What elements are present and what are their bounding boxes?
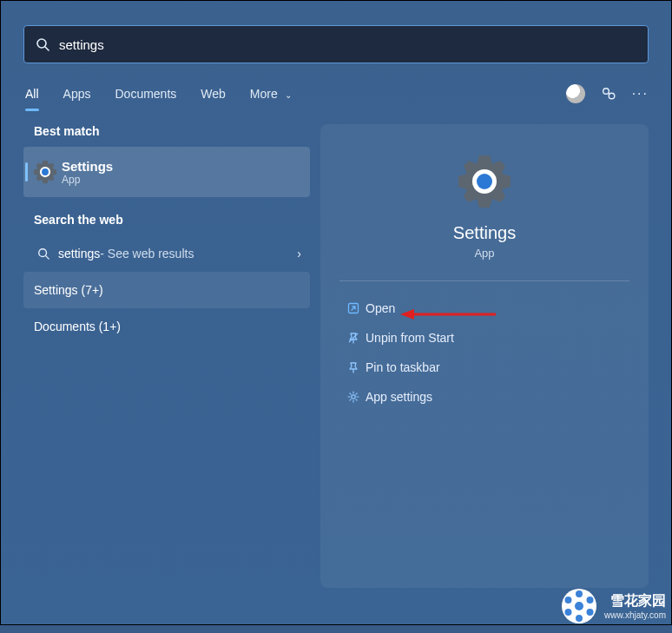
action-unpin-label: Unpin from Start (366, 331, 454, 345)
search-input[interactable] (52, 37, 639, 52)
result-title: Settings (62, 159, 113, 174)
detail-subtitle: App (474, 247, 494, 260)
svg-point-10 (477, 174, 492, 189)
action-app-settings-label: App settings (366, 390, 432, 404)
chevron-right-icon: › (297, 247, 301, 260)
tab-apps[interactable]: Apps (62, 82, 93, 106)
svg-point-17 (575, 602, 583, 610)
web-result-suffix: - See web results (100, 247, 194, 260)
watermark-logo (561, 588, 597, 624)
result-settings-app[interactable]: Settings App (23, 147, 310, 197)
group-documents-label: Documents (1+) (34, 320, 121, 333)
svg-point-13 (352, 395, 355, 399)
search-icon (34, 247, 53, 260)
tab-more-label: More (250, 87, 278, 101)
tab-more[interactable]: More ⌄ (248, 82, 293, 106)
unpin-icon (341, 332, 366, 344)
start-search-panel: All Apps Documents Web More ⌄ ··· Best m… (0, 0, 672, 625)
action-open[interactable]: Open (339, 293, 629, 323)
group-settings-label: Settings (7+) (34, 283, 103, 297)
pin-icon (341, 361, 366, 373)
svg-point-22 (565, 609, 572, 616)
search-bar[interactable] (23, 25, 649, 63)
gear-icon (341, 391, 366, 403)
gear-icon (29, 160, 62, 184)
gear-icon (457, 154, 512, 209)
action-pin-taskbar[interactable]: Pin to taskbar (339, 353, 629, 382)
web-result-query: settings (58, 247, 100, 260)
group-settings[interactable]: Settings (7+) (23, 272, 310, 308)
svg-point-6 (42, 168, 49, 175)
action-pin-label: Pin to taskbar (366, 360, 440, 374)
results-list: Best match Settings App Search the web (23, 124, 310, 345)
tab-all[interactable]: All (23, 82, 41, 106)
svg-line-4 (608, 93, 609, 94)
web-result-item[interactable]: settings - See web results › (23, 235, 310, 272)
best-match-header: Best match (34, 124, 305, 138)
svg-point-19 (576, 615, 583, 622)
filter-tabs: All Apps Documents Web More ⌄ ··· (23, 76, 649, 112)
result-subtitle: App (62, 174, 113, 186)
user-avatar[interactable] (566, 84, 585, 103)
tab-web[interactable]: Web (199, 82, 227, 106)
action-app-settings[interactable]: App settings (339, 382, 629, 412)
svg-point-18 (576, 590, 583, 597)
svg-point-20 (565, 597, 572, 603)
detail-pane: Settings App Open Unpin from Start (320, 124, 649, 588)
svg-line-8 (46, 256, 49, 260)
result-text: Settings App (62, 159, 113, 186)
action-unpin-start[interactable]: Unpin from Start (339, 323, 629, 353)
org-search-icon[interactable] (601, 86, 616, 102)
watermark: 雪花家园 www.xhjaty.com (561, 588, 671, 624)
watermark-text-cn: 雪花家园 (604, 592, 666, 610)
svg-point-21 (587, 597, 594, 603)
action-open-label: Open (366, 301, 395, 315)
tab-documents[interactable]: Documents (113, 82, 178, 106)
open-icon (341, 302, 366, 314)
detail-header: Settings App (339, 145, 629, 281)
chevron-down-icon: ⌄ (285, 90, 292, 100)
more-options-icon[interactable]: ··· (632, 86, 649, 102)
search-icon (33, 37, 52, 51)
group-documents[interactable]: Documents (1+) (23, 308, 310, 345)
detail-title: Settings (453, 223, 516, 243)
search-web-header: Search the web (34, 213, 305, 227)
watermark-text-en: www.xhjaty.com (604, 610, 666, 620)
svg-line-1 (45, 47, 49, 50)
svg-point-23 (587, 609, 594, 616)
